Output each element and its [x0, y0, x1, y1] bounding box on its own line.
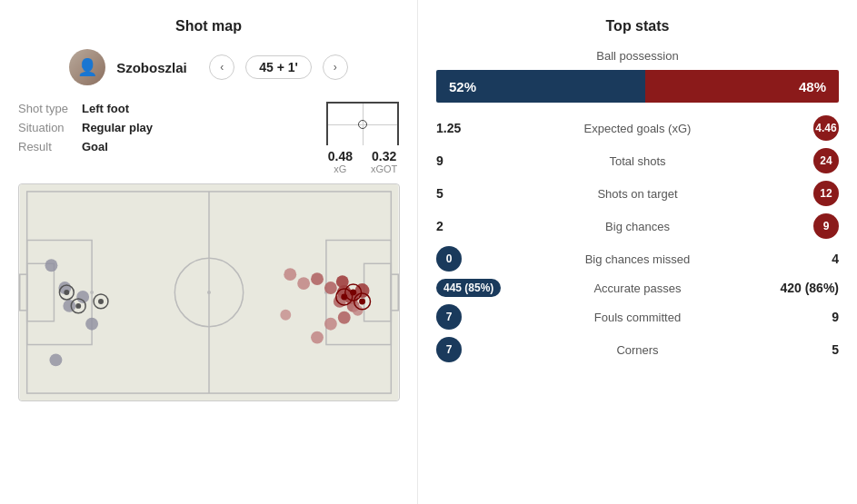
stat-label: Corners — [518, 343, 757, 357]
possession-away: 48% — [645, 70, 839, 103]
away-badge: 9 — [813, 213, 839, 239]
player-name: Szoboszlai — [116, 60, 198, 75]
stat-label: Big chances missed — [518, 252, 757, 266]
svg-point-37 — [324, 318, 337, 331]
goal-diagram: 0.48 xG 0.32 xGOT — [326, 102, 399, 174]
away-badge: 24 — [813, 148, 839, 173]
svg-point-27 — [311, 272, 324, 285]
svg-point-35 — [353, 305, 364, 316]
shot-map-title: Shot map — [18, 18, 399, 35]
shot-details: Shot type Left foot Situation Regular pl… — [18, 102, 308, 159]
svg-point-4 — [207, 291, 211, 294]
stat-label: Shots on target — [518, 187, 757, 201]
shot-info-row: Shot type Left foot Situation Regular pl… — [18, 102, 399, 174]
svg-point-18 — [49, 353, 62, 366]
result-row: Result Goal — [18, 140, 308, 153]
stat-label: Total shots — [518, 154, 757, 168]
xgot-stat: 0.32 xGOT — [371, 149, 397, 174]
shot-type-row: Shot type Left foot — [18, 102, 308, 115]
svg-point-16 — [76, 291, 89, 303]
top-stats-title: Top stats — [436, 18, 839, 35]
xg-label: xG — [328, 163, 353, 174]
svg-point-26 — [297, 277, 310, 290]
stat-label: Big chances — [518, 220, 757, 233]
possession-home: 52% — [436, 70, 645, 103]
svg-point-22 — [75, 303, 81, 309]
goal-frame — [326, 102, 399, 145]
home-value: 1.25 — [436, 121, 518, 135]
right-panel: Top stats Ball possession 52% 48% 1.25Ex… — [418, 0, 857, 504]
stats-container: 1.25Expected goals (xG)4.469Total shots2… — [436, 115, 839, 362]
left-panel: Shot map 👤 Szoboszlai ‹ 45 + 1' › Shot t… — [0, 0, 418, 504]
away-value: 5 — [757, 342, 839, 357]
away-badge: 12 — [813, 181, 839, 206]
home-badge: 7 — [436, 337, 462, 362]
svg-point-45 — [341, 293, 347, 300]
stat-row: 2Big chances9 — [436, 213, 839, 239]
home-value: 5 — [436, 186, 518, 201]
situation-label: Situation — [18, 121, 75, 134]
svg-point-11 — [90, 291, 94, 294]
avatar: 👤 — [69, 49, 105, 85]
stat-row: 9Total shots24 — [436, 148, 839, 173]
xg-value: 0.48 — [328, 149, 353, 163]
possession-bar: 52% 48% — [436, 70, 839, 103]
home-value: 2 — [436, 219, 518, 233]
away-value: 9 — [757, 310, 839, 324]
svg-point-28 — [324, 282, 337, 294]
result-label: Result — [18, 140, 75, 153]
pitch-svg — [19, 184, 399, 400]
home-badge: 7 — [436, 304, 462, 330]
home-badge-rect: 445 (85%) — [436, 279, 501, 297]
away-badge: 4.46 — [813, 115, 839, 141]
situation-value: Regular play — [82, 121, 153, 134]
away-value: 4 — [757, 252, 839, 266]
xgot-label: xGOT — [371, 163, 397, 174]
xgot-value: 0.32 — [371, 149, 397, 163]
stat-row: 445 (85%)Accurate passes420 (86%) — [436, 279, 839, 297]
svg-point-20 — [64, 290, 69, 295]
svg-point-25 — [284, 268, 296, 281]
stat-row: 1.25Expected goals (xG)4.46 — [436, 115, 839, 141]
stat-row: 0Big chances missed4 — [436, 246, 839, 272]
shot-type-value: Left foot — [82, 102, 129, 115]
svg-point-17 — [85, 318, 98, 331]
pitch-container — [18, 183, 400, 401]
stat-label: Expected goals (xG) — [518, 122, 757, 135]
svg-point-38 — [311, 331, 324, 344]
svg-point-39 — [280, 310, 291, 321]
svg-point-24 — [98, 299, 104, 304]
next-button[interactable]: › — [323, 54, 348, 80]
stat-label: Accurate passes — [518, 282, 757, 295]
player-header: 👤 Szoboszlai ‹ 45 + 1' › — [18, 49, 399, 85]
svg-point-43 — [359, 298, 365, 304]
svg-point-15 — [63, 300, 75, 312]
shot-type-label: Shot type — [18, 102, 75, 115]
away-value: 420 (86%) — [757, 281, 839, 295]
stat-row: 7Corners5 — [436, 337, 839, 362]
svg-point-36 — [338, 311, 351, 324]
prev-button[interactable]: ‹ — [209, 54, 234, 80]
result-value: Goal — [82, 140, 108, 153]
goal-stats: 0.48 xG 0.32 xGOT — [328, 149, 398, 174]
stat-row: 5Shots on target12 — [436, 181, 839, 206]
time-badge: 45 + 1' — [245, 55, 312, 79]
stat-label: Fouls committed — [518, 311, 757, 324]
stat-row: 7Fouls committed9 — [436, 304, 839, 330]
xg-stat: 0.48 xG — [328, 149, 353, 174]
home-badge: 0 — [436, 246, 462, 272]
svg-point-13 — [45, 259, 58, 272]
home-value: 9 — [436, 153, 518, 168]
goal-crosshair — [358, 120, 367, 129]
possession-label: Ball possession — [436, 49, 839, 63]
situation-row: Situation Regular play — [18, 121, 308, 134]
